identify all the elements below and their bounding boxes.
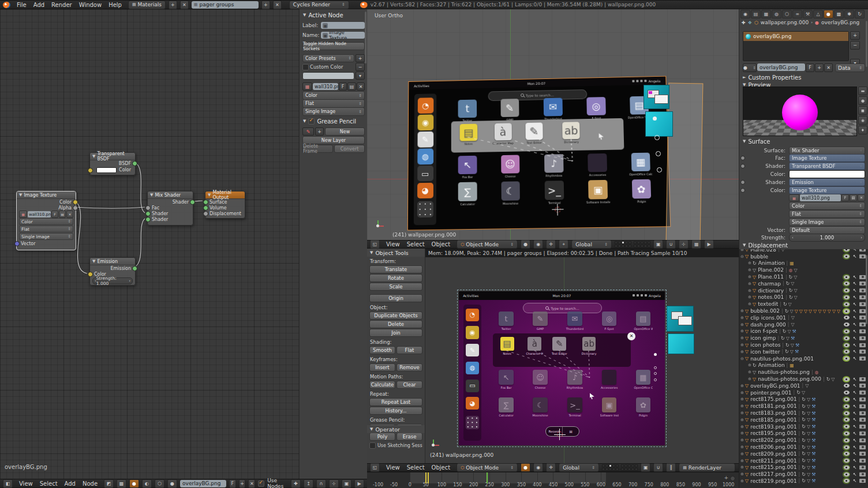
- layer-cell[interactable]: [637, 245, 640, 247]
- expand-icon[interactable]: ⊕: [739, 479, 745, 483]
- renderability-camera-icon[interactable]: [859, 445, 866, 449]
- expand-icon[interactable]: ⊕: [739, 322, 745, 327]
- manipulator-translate-icon[interactable]: ✛: [546, 240, 556, 249]
- properties-scrollbar[interactable]: [866, 21, 867, 67]
- socket-color-out[interactable]: [73, 200, 78, 205]
- outliner-row-animation[interactable]: ⊕↻Animation|▦: [739, 362, 868, 369]
- surface-panel-header[interactable]: ▼Surface: [740, 137, 773, 145]
- layer-cell[interactable]: [615, 241, 618, 244]
- tab-object[interactable]: ⬡: [782, 10, 792, 18]
- layer-cell[interactable]: [648, 245, 650, 247]
- node-emission[interactable]: ▼Emission Emission Color ‹Strength: 1.00…: [89, 257, 136, 286]
- visibility-eye-icon[interactable]: [843, 423, 850, 430]
- socket-fac-in[interactable]: [145, 205, 151, 211]
- record-icon[interactable]: [730, 476, 735, 481]
- tab-scene[interactable]: ▦: [761, 10, 771, 18]
- visibility-eye-icon[interactable]: [843, 471, 850, 478]
- displacement-panel-header[interactable]: ▼Displacement: [740, 241, 790, 249]
- expand-icon[interactable]: ⊖: [739, 356, 745, 361]
- mix-shader-dropdown[interactable]: Mix Shader◦: [789, 147, 865, 155]
- tab-constraints[interactable]: ∞: [792, 10, 802, 18]
- tab-particles[interactable]: ✱: [844, 10, 854, 18]
- toggle-hidden-sockets-button[interactable]: Toggle Hidden Node Sockets: [302, 42, 365, 50]
- visibility-eye-icon[interactable]: [843, 430, 850, 437]
- render-layer-dropdown[interactable]: ▤RenderLayer: [679, 463, 735, 472]
- use-nodes-checkbox[interactable]: [258, 481, 264, 487]
- image-name-field[interactable]: wall310.png: [800, 194, 841, 201]
- selectability-cursor-icon[interactable]: ↖: [852, 390, 858, 395]
- preview-type-0[interactable]: ▬: [858, 87, 867, 95]
- layer-cell[interactable]: [624, 468, 627, 471]
- expand-icon[interactable]: ⊕: [747, 370, 753, 374]
- visibility-eye-icon[interactable]: [843, 321, 850, 328]
- image-datablock[interactable]: ▦wall310.pngF▤✕: [19, 211, 73, 217]
- layer-cell[interactable]: [634, 245, 637, 247]
- selectability-cursor-icon[interactable]: ↖: [852, 309, 858, 314]
- layer-cell[interactable]: [605, 468, 608, 471]
- expand-icon[interactable]: ⊕: [739, 431, 745, 436]
- outliner-row-icon-twitter[interactable]: ⊕▽icon twitter|↻▽⚒↖: [739, 348, 868, 355]
- visibility-eye-icon[interactable]: [843, 308, 850, 314]
- outliner-row-pointer-png-001[interactable]: ⊕▽pointer.png.001|↻▽↖: [739, 389, 868, 396]
- preview-type-4[interactable]: ♦: [858, 126, 867, 134]
- renderability-camera-icon[interactable]: [859, 431, 866, 436]
- selectability-cursor-icon[interactable]: ↖: [852, 349, 858, 354]
- preview-type-3[interactable]: ◉: [858, 116, 867, 125]
- outliner-row-rect8193-png-001[interactable]: ⊕▽rect8193.png.001|↻▽⚒↖: [739, 423, 868, 430]
- tool-remove-button[interactable]: Remove: [396, 363, 422, 371]
- layer-cell[interactable]: [618, 241, 621, 244]
- timeline-marker[interactable]: [428, 472, 429, 483]
- lock-icon[interactable]: ▣: [641, 463, 650, 472]
- renderability-camera-icon[interactable]: [859, 322, 866, 326]
- layer-cell[interactable]: [624, 464, 627, 467]
- operator-panel-header[interactable]: ▼Operator: [367, 425, 425, 433]
- image-name-field[interactable]: wall310.png: [313, 83, 338, 90]
- outliner-row-rect8195-png-001[interactable]: ⊕▽rect8195.png.001|↻▽⚒↖: [739, 430, 868, 437]
- image-source-dropdown[interactable]: Single Image⇕: [302, 107, 365, 116]
- color-space-dropdown[interactable]: Color⇕: [19, 218, 73, 225]
- socket-emission-color-in[interactable]: [88, 272, 93, 277]
- snap-icon[interactable]: ∩: [316, 479, 326, 488]
- expand-icon[interactable]: ⊕: [739, 465, 745, 470]
- add-preset-button[interactable]: +: [356, 54, 365, 62]
- expand-icon[interactable]: ⊕: [739, 350, 745, 354]
- node-mix-shader[interactable]: ▼Mix Shader Shader Fac Shader Shader: [147, 191, 193, 226]
- manipulator-axis-icon[interactable]: ⌖: [559, 240, 568, 249]
- layer-cell[interactable]: [616, 468, 619, 471]
- preview-type-1[interactable]: ●: [858, 96, 867, 105]
- expand-icon[interactable]: ⊕: [747, 281, 753, 286]
- fake-user-button[interactable]: F: [339, 82, 347, 91]
- visibility-eye-icon[interactable]: [843, 348, 850, 355]
- panel-scrollbar[interactable]: [365, 12, 366, 63]
- manipulator-translate-icon[interactable]: ✛: [546, 463, 556, 472]
- node-label-field[interactable]: ▦: [321, 22, 365, 29]
- expand-icon[interactable]: ⊕: [739, 404, 745, 408]
- tool-history-button[interactable]: History...: [369, 407, 422, 415]
- outliner-row-animation[interactable]: ⊕↻Animation|▦: [739, 260, 868, 267]
- selectability-cursor-icon[interactable]: ↖: [852, 343, 858, 348]
- expand-icon[interactable]: ⊕: [739, 411, 745, 415]
- tool-smooth-button[interactable]: Smooth: [369, 346, 395, 354]
- layer-cell[interactable]: [631, 468, 634, 471]
- expand-icon[interactable]: ⊕: [739, 336, 745, 340]
- image-browse-icon[interactable]: ▦: [302, 82, 312, 91]
- outliner-row-rect8183-png-001[interactable]: ⊕▽rect8183.png.001|↻▽⚒↖: [739, 410, 868, 416]
- viewport-shading-dropdown[interactable]: ●: [521, 463, 530, 472]
- visibility-eye-icon[interactable]: [843, 376, 850, 382]
- selectability-cursor-icon[interactable]: ↖: [852, 302, 858, 307]
- node-menu-node[interactable]: Node: [79, 481, 101, 487]
- menu-add[interactable]: Add: [30, 2, 48, 8]
- outliner-row-rect8217-png-001[interactable]: ⊕▽rect8217.png.001|↻▽⚒↖: [739, 471, 868, 478]
- tool-join-button[interactable]: Join: [369, 329, 422, 337]
- material-type-icon[interactable]: ●: [129, 479, 139, 488]
- snap-target-icon[interactable]: ⊹: [329, 479, 339, 488]
- expand-icon[interactable]: ⊕: [739, 445, 745, 449]
- layer-cell[interactable]: [609, 468, 612, 471]
- expand-icon[interactable]: ⊕: [739, 418, 745, 422]
- blender-logo-icon[interactable]: [3, 2, 10, 8]
- layer-cell[interactable]: [621, 464, 624, 467]
- open-image-button[interactable]: ▤: [59, 211, 66, 218]
- node-transparent-bsdf[interactable]: ▼Transparent BSDF BSDF Color: [89, 152, 136, 175]
- outliner-row-plane-011[interactable]: ⊕▽Plane.011|↻▽↖: [739, 273, 868, 280]
- object-tools-header[interactable]: ▼Object Tools: [367, 249, 425, 257]
